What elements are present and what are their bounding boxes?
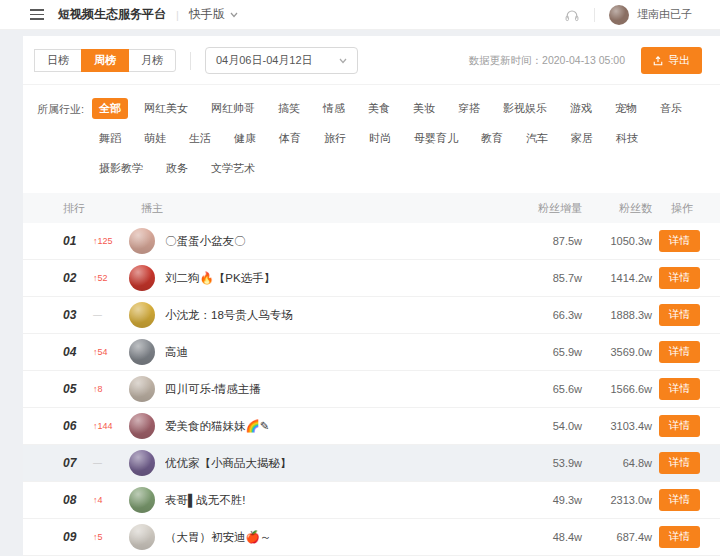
detail-button[interactable]: 详情 bbox=[659, 489, 700, 511]
period-tab[interactable]: 日榜 bbox=[34, 49, 82, 72]
rank-change-value: 8 bbox=[98, 384, 103, 394]
fans-gain-value: 85.7w bbox=[492, 272, 582, 284]
industry-tag[interactable]: 美食 bbox=[361, 98, 397, 119]
industry-tag[interactable]: 舞蹈 bbox=[92, 128, 128, 149]
hamburger-menu-icon[interactable] bbox=[30, 9, 44, 20]
username: 埋南由已子 bbox=[637, 7, 692, 22]
industry-tag[interactable]: 体育 bbox=[272, 128, 308, 149]
industry-tag[interactable]: 搞笑 bbox=[271, 98, 307, 119]
table-row[interactable]: 09 ↑5 （大胃）初安迪🍎～ 48.4w 687.4w 详情 bbox=[23, 519, 720, 556]
industry-tag[interactable]: 健康 bbox=[227, 128, 263, 149]
table-row[interactable]: 07 ↑— 优优家【小商品大揭秘】 53.9w 64.8w 详情 bbox=[23, 445, 720, 482]
controls-row: 日榜 周榜 月榜 04月06日-04月12日 数据更新时间：2020-04-13… bbox=[23, 36, 720, 85]
ranking-table: 排行 播主 粉丝增量 粉丝数 操作 01 ↑125 〇蛋蛋小盆友〇 87.5w bbox=[23, 193, 720, 556]
player-cell: （大胃）初安迪🍎～ bbox=[129, 524, 492, 550]
industry-tag[interactable]: 情感 bbox=[316, 98, 352, 119]
industry-tag[interactable]: 科技 bbox=[609, 128, 645, 149]
player-name[interactable]: （大胃）初安迪🍎～ bbox=[165, 530, 271, 545]
detail-button[interactable]: 详情 bbox=[659, 526, 700, 548]
chevron-down-icon bbox=[339, 58, 347, 64]
player-name[interactable]: 优优家【小商品大揭秘】 bbox=[165, 456, 292, 471]
player-cell: 表哥▌战无不胜! bbox=[129, 487, 492, 513]
rank-change: ↑125 bbox=[93, 236, 113, 246]
table-body: 01 ↑125 〇蛋蛋小盆友〇 87.5w 1050.3w 详情 bbox=[23, 223, 720, 556]
table-row[interactable]: 08 ↑4 表哥▌战无不胜! 49.3w 2313.0w 详情 bbox=[23, 482, 720, 519]
rank-cell: 07 ↑— bbox=[23, 456, 129, 470]
action-cell: 详情 bbox=[652, 415, 720, 437]
fans-gain-value: 54.0w bbox=[492, 420, 582, 432]
industry-tag[interactable]: 影视娱乐 bbox=[496, 98, 554, 119]
fans-total-value: 3569.0w bbox=[582, 346, 652, 358]
table-row[interactable]: 04 ↑54 高迪 65.9w 3569.0w 详情 bbox=[23, 334, 720, 371]
industry-tag[interactable]: 文学艺术 bbox=[204, 158, 262, 179]
industry-tag[interactable]: 汽车 bbox=[519, 128, 555, 149]
industry-tag[interactable]: 音乐 bbox=[653, 98, 689, 119]
industry-tag[interactable]: 网红帅哥 bbox=[204, 98, 262, 119]
industry-filter-label: 所属行业: bbox=[37, 98, 84, 179]
player-name[interactable]: 刘二狗🔥【PK选手】 bbox=[165, 271, 275, 286]
player-avatar bbox=[129, 524, 155, 550]
industry-tag[interactable]: 美妆 bbox=[406, 98, 442, 119]
industry-tag[interactable]: 政务 bbox=[159, 158, 195, 179]
export-button[interactable]: 导出 bbox=[641, 47, 702, 74]
rank-cell: 05 ↑8 bbox=[23, 382, 129, 396]
controls-divider bbox=[190, 52, 191, 70]
table-row[interactable]: 03 ↑— 小沈龙：18号贵人鸟专场 66.3w 1888.3w 详情 bbox=[23, 297, 720, 334]
industry-tag[interactable]: 游戏 bbox=[563, 98, 599, 119]
fans-gain-value: 49.3w bbox=[492, 494, 582, 506]
table-row[interactable]: 06 ↑144 爱美食的猫妹妹🌈✎ 54.0w 3103.4w 详情 bbox=[23, 408, 720, 445]
detail-button[interactable]: 详情 bbox=[659, 230, 700, 252]
period-tab[interactable]: 周榜 bbox=[81, 49, 129, 72]
user-avatar bbox=[609, 5, 629, 25]
table-row[interactable]: 01 ↑125 〇蛋蛋小盆友〇 87.5w 1050.3w 详情 bbox=[23, 223, 720, 260]
player-name[interactable]: 〇蛋蛋小盆友〇 bbox=[165, 234, 246, 249]
period-tab[interactable]: 月榜 bbox=[128, 49, 176, 72]
player-avatar bbox=[129, 376, 155, 402]
industry-tag[interactable]: 穿搭 bbox=[451, 98, 487, 119]
rank-cell: 09 ↑5 bbox=[23, 530, 129, 544]
rank-change: ↑54 bbox=[93, 347, 108, 357]
fans-total-value: 1888.3w bbox=[582, 309, 652, 321]
player-name[interactable]: 高迪 bbox=[165, 345, 188, 360]
player-name[interactable]: 小沈龙：18号贵人鸟专场 bbox=[165, 308, 293, 323]
detail-button[interactable]: 详情 bbox=[659, 267, 700, 289]
industry-tag[interactable]: 旅行 bbox=[317, 128, 353, 149]
table-row[interactable]: 02 ↑52 刘二狗🔥【PK选手】 85.7w 1414.2w 详情 bbox=[23, 260, 720, 297]
date-range-select[interactable]: 04月06日-04月12日 bbox=[205, 47, 358, 74]
rank-cell: 03 ↑— bbox=[23, 308, 129, 322]
fans-total-value: 64.8w bbox=[582, 457, 652, 469]
headset-icon[interactable] bbox=[564, 7, 580, 23]
rank-number: 03 bbox=[63, 308, 87, 322]
table-row[interactable]: 05 ↑8 四川可乐-情感主播 65.6w 1566.6w 详情 bbox=[23, 371, 720, 408]
column-header-player: 播主 bbox=[129, 201, 492, 216]
content-card: 日榜 周榜 月榜 04月06日-04月12日 数据更新时间：2020-04-13… bbox=[23, 36, 720, 556]
detail-button[interactable]: 详情 bbox=[659, 341, 700, 363]
rank-cell: 01 ↑125 bbox=[23, 234, 129, 248]
player-name[interactable]: 表哥▌战无不胜! bbox=[165, 493, 245, 508]
industry-tag[interactable]: 宠物 bbox=[608, 98, 644, 119]
player-cell: 小沈龙：18号贵人鸟专场 bbox=[129, 302, 492, 328]
player-name[interactable]: 爱美食的猫妹妹🌈✎ bbox=[165, 419, 269, 434]
user-menu[interactable]: 埋南由已子 bbox=[609, 5, 692, 25]
version-switcher[interactable]: 快手版 bbox=[189, 6, 238, 23]
detail-button[interactable]: 详情 bbox=[659, 378, 700, 400]
detail-button[interactable]: 详情 bbox=[659, 452, 700, 474]
rank-cell: 06 ↑144 bbox=[23, 419, 129, 433]
rank-number: 08 bbox=[63, 493, 87, 507]
industry-tag[interactable]: 摄影教学 bbox=[92, 158, 150, 179]
industry-tag[interactable]: 网红美女 bbox=[137, 98, 195, 119]
player-name[interactable]: 四川可乐-情感主播 bbox=[165, 382, 261, 397]
industry-tag[interactable]: 时尚 bbox=[362, 128, 398, 149]
rank-change: ↑52 bbox=[93, 273, 108, 283]
industry-tag[interactable]: 教育 bbox=[474, 128, 510, 149]
industry-tag[interactable]: 母婴育儿 bbox=[407, 128, 465, 149]
topbar: 短视频生态服务平台 | 快手版 埋南由已子 bbox=[0, 0, 720, 30]
player-cell: 〇蛋蛋小盆友〇 bbox=[129, 228, 492, 254]
detail-button[interactable]: 详情 bbox=[659, 304, 700, 326]
rank-change: ↑— bbox=[93, 458, 102, 468]
detail-button[interactable]: 详情 bbox=[659, 415, 700, 437]
industry-tag[interactable]: 生活 bbox=[182, 128, 218, 149]
industry-tag[interactable]: 家居 bbox=[564, 128, 600, 149]
industry-tag[interactable]: 萌娃 bbox=[137, 128, 173, 149]
industry-tag[interactable]: 全部 bbox=[92, 98, 128, 119]
